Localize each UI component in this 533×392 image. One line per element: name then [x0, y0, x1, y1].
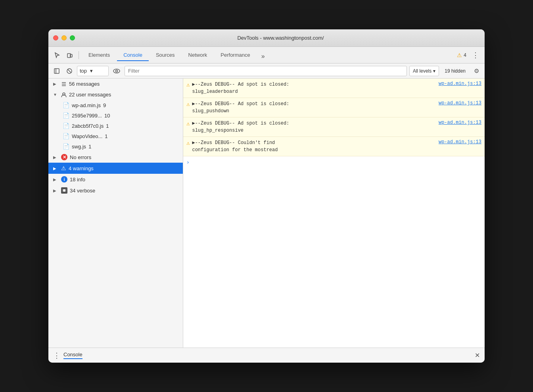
context-select[interactable]: top ▾ [77, 66, 109, 76]
svg-rect-2 [54, 69, 59, 73]
sidebar-item-user-messages[interactable]: ▼ 22 user messages [48, 89, 183, 100]
file-icon-wapo: 📄 [63, 133, 69, 139]
verbose-label: 34 verbose [70, 188, 178, 194]
traffic-lights [53, 35, 75, 40]
sidebar: ▶ 56 messages ▼ 22 user messages [48, 79, 183, 348]
title-bar: DevTools - www.washingtonpost.com/ [48, 29, 485, 47]
tab-network[interactable]: Network [182, 50, 214, 61]
info-icon: i [61, 176, 67, 183]
device-icon [67, 52, 73, 58]
file-link-1[interactable]: wp-ad.min.js:13 [439, 81, 481, 86]
entry-text-1: ▶--Zeus DEBUG-- Ad spot is closed:slug_l… [192, 81, 433, 95]
console-prompt[interactable]: › [183, 156, 485, 169]
file-icon-wpad: 📄 [63, 102, 69, 108]
warning-badge: ⚠ 4 [457, 52, 466, 58]
tab-console[interactable]: Console [117, 50, 149, 61]
bottom-console-label[interactable]: Console [63, 352, 82, 359]
close-button[interactable] [53, 35, 58, 40]
entry-text-3: ▶--Zeus DEBUG-- Ad spot is closed:slug_h… [192, 120, 433, 134]
window-title: DevTools - www.washingtonpost.com/ [81, 35, 480, 41]
warnings-label: 4 warnings [69, 165, 178, 171]
levels-label: All levels [413, 68, 431, 74]
console-entry-2: ⚠ ▶--Zeus DEBUG-- Ad spot is closed:slug… [183, 98, 485, 117]
expand-arrow-info: ▶ [53, 177, 59, 182]
settings-button[interactable]: ⚙ [471, 66, 481, 76]
more-options-button[interactable]: ⋮ [470, 50, 481, 60]
file-icon-2abcb: 📄 [63, 123, 69, 129]
levels-dropdown[interactable]: All levels ▾ [409, 66, 439, 76]
svg-line-15 [62, 191, 63, 191]
file-wapo-label: WapoVideo... [72, 133, 102, 139]
sidebar-sub-item-wpad[interactable]: 📄 wp-ad.min.js 9 [48, 100, 183, 110]
device-toggle-button[interactable] [64, 50, 75, 61]
bug-icon [62, 188, 66, 192]
entry-text-2: ▶--Zeus DEBUG-- Ad spot is closed:slug_p… [192, 100, 433, 115]
svg-line-14 [66, 190, 66, 190]
minimize-button[interactable] [61, 35, 67, 40]
file-2abcb-label: 2abcb5f7c0.js [72, 123, 104, 129]
eye-icon [113, 68, 121, 74]
expand-arrow-errors: ▶ [53, 155, 59, 159]
svg-line-5 [68, 69, 71, 73]
svg-rect-1 [70, 54, 72, 57]
expand-arrow-user: ▼ [53, 92, 59, 97]
svg-line-16 [66, 191, 66, 191]
clear-console-button[interactable] [64, 66, 75, 76]
warning-count: 4 [464, 52, 466, 58]
warning-icon: ⚠ [457, 52, 462, 58]
file-wpad-label: wp-ad.min.js [72, 102, 101, 108]
file-link-2[interactable]: wp-ad.min.js:13 [439, 100, 481, 106]
toolbar-divider [79, 51, 79, 59]
maximize-button[interactable] [70, 35, 75, 40]
file-link-3[interactable]: wp-ad.min.js:13 [439, 120, 481, 125]
sidebar-sub-item-swg[interactable]: 📄 swg.js 1 [48, 141, 183, 152]
file-link-4[interactable]: wp-ad.min.js:13 [439, 139, 481, 145]
sidebar-item-verbose[interactable]: ▶ 34 verbose [48, 185, 183, 196]
prompt-arrow-icon: › [186, 159, 190, 165]
console-entry-4: ⚠ ▶--Zeus DEBUG-- Couldn't findconfigura… [183, 137, 485, 156]
file-swg-count: 1 [88, 144, 91, 150]
expand-arrow-verbose: ▶ [53, 188, 59, 193]
file-icon-2595: 📄 [63, 112, 69, 119]
tab-performance[interactable]: Performance [214, 50, 256, 61]
inspect-element-button[interactable] [52, 50, 63, 61]
warn-icon-1: ⚠ [186, 81, 190, 88]
sidebar-sub-item-2abcb[interactable]: 📄 2abcb5f7c0.js 1 [48, 121, 183, 131]
sidebar-item-errors[interactable]: ▶ ✕ No errors [48, 152, 183, 163]
info-label: 18 info [70, 177, 178, 183]
devtools-window: DevTools - www.washingtonpost.com/ Eleme… [48, 29, 485, 363]
levels-chevron-icon: ▾ [433, 68, 435, 74]
svg-line-13 [62, 190, 63, 190]
block-icon [66, 68, 73, 74]
warn-icon-2: ⚠ [186, 101, 190, 108]
hidden-count: 19 hidden [441, 68, 469, 74]
file-2595-label: 2595e7999... [72, 113, 102, 119]
user-messages-label: 22 user messages [69, 92, 178, 98]
tab-sources[interactable]: Sources [150, 50, 181, 61]
sidebar-item-info[interactable]: ▶ i 18 info [48, 174, 183, 185]
sidebar-sub-item-wapo[interactable]: 📄 WapoVideo... 1 [48, 131, 183, 141]
filter-input[interactable] [125, 66, 407, 76]
sidebar-sub-item-2595[interactable]: 📄 2595e7999... 10 [48, 110, 183, 121]
more-tabs-button[interactable]: » [259, 52, 267, 61]
warning-triangle-icon: ⚠ [61, 165, 66, 171]
bottom-bar: ⋮ Console ✕ [48, 348, 485, 363]
svg-point-7 [116, 70, 118, 72]
sidebar-toggle-icon [54, 68, 60, 74]
bottom-menu-button[interactable]: ⋮ [53, 351, 60, 360]
svg-point-6 [113, 69, 120, 73]
messages-label: 56 messages [69, 81, 178, 87]
live-expressions-button[interactable] [111, 66, 122, 76]
context-value: top [80, 68, 87, 74]
sidebar-item-warnings[interactable]: ▶ ⚠ 4 warnings [48, 163, 183, 174]
file-swg-label: swg.js [72, 144, 86, 150]
warn-icon-3: ⚠ [186, 120, 190, 127]
tab-elements[interactable]: Elements [82, 50, 116, 61]
bottom-close-button[interactable]: ✕ [475, 352, 480, 359]
list-icon [61, 81, 67, 87]
file-icon-swg: 📄 [63, 143, 69, 150]
sidebar-toggle-button[interactable] [52, 66, 62, 76]
svg-rect-12 [63, 189, 65, 192]
sidebar-item-messages[interactable]: ▶ 56 messages [48, 79, 183, 89]
file-wapo-count: 1 [105, 133, 107, 139]
